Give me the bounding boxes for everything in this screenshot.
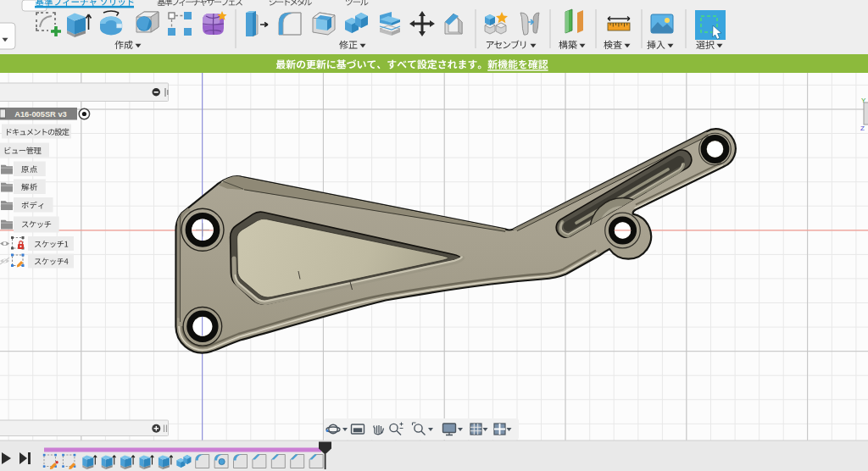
svg-text:Y: Y	[861, 97, 866, 104]
svg-text:A16-005SR v3: A16-005SR v3	[14, 110, 67, 119]
svg-text:Z: Z	[860, 125, 865, 132]
